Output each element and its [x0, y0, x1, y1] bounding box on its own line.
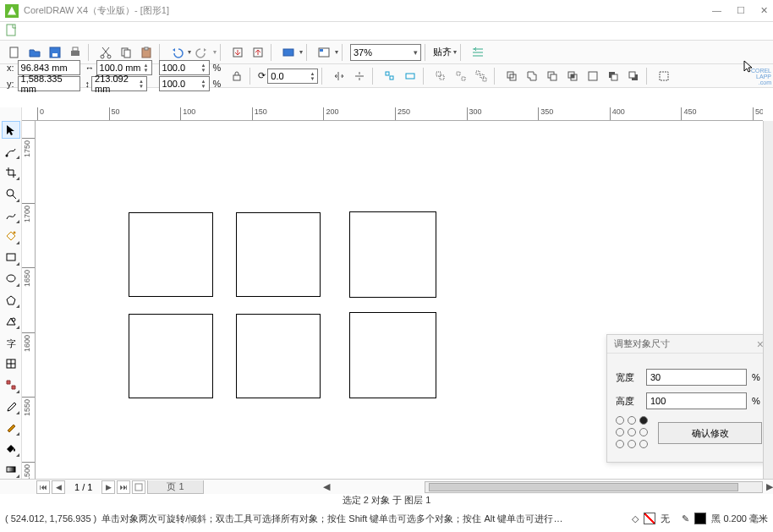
document-icon[interactable] [5, 24, 19, 37]
object-height-field[interactable]: 213.092 mm▲▼ [91, 76, 147, 91]
svg-rect-44 [7, 254, 15, 261]
svg-rect-31 [551, 74, 556, 80]
rectangle-object[interactable] [129, 314, 213, 398]
rectangle-object[interactable] [349, 312, 436, 398]
options-button[interactable] [469, 43, 487, 62]
outline-label: 黑 0.200 毫米 [711, 513, 768, 525]
intersect-button[interactable] [563, 67, 582, 85]
vertical-ruler[interactable]: 175017001650160015501500 [22, 121, 36, 479]
rectangle-object[interactable] [236, 212, 321, 297]
front-minus-back-button[interactable] [604, 67, 622, 85]
app-launcher-dropdown-icon[interactable]: ▾ [299, 48, 303, 56]
rectangle-object[interactable] [236, 314, 321, 398]
window-close-button[interactable]: ✕ [760, 5, 768, 16]
zoom-select[interactable]: 37% ▾ [350, 44, 421, 61]
mirror-v-button[interactable] [350, 67, 369, 85]
outline-tool-icon[interactable]: ✎ [682, 513, 689, 524]
window-maximize-button[interactable]: ☐ [737, 5, 745, 16]
x-label: x: [5, 63, 16, 73]
page-tab[interactable]: 页 1 [147, 480, 203, 494]
ungroup-all-button[interactable] [472, 67, 491, 85]
dimension-tool[interactable] [2, 376, 20, 393]
smart-fill-tool[interactable] [2, 228, 20, 245]
import-button[interactable] [228, 43, 247, 62]
fill-tool-icon[interactable]: ◇ [632, 513, 639, 524]
combine-button[interactable] [502, 67, 521, 85]
weld-button[interactable] [523, 67, 541, 85]
simplify-button[interactable] [584, 67, 602, 85]
text-tool[interactable]: 字 [2, 333, 20, 351]
redo-button[interactable] [193, 43, 211, 62]
redo-dropdown-icon[interactable]: ▾ [213, 48, 217, 56]
chevron-down-icon: ▾ [414, 48, 418, 57]
polygon-tool[interactable] [2, 291, 20, 309]
dialog-width-input[interactable]: 30 [646, 369, 747, 386]
interactive-fill-tool[interactable] [2, 461, 20, 479]
basic-shapes-tool[interactable] [2, 312, 20, 330]
export-button[interactable] [249, 43, 267, 62]
prev-page-button[interactable]: ◀ [52, 480, 65, 494]
ellipse-tool[interactable] [2, 270, 20, 288]
eyedropper-tool[interactable] [2, 398, 20, 415]
last-page-button[interactable]: ⏭ [117, 480, 130, 494]
fill-tool[interactable] [2, 440, 20, 458]
window-minimize-button[interactable]: — [712, 5, 721, 16]
align-button-2[interactable] [401, 67, 419, 85]
add-page-button[interactable] [132, 480, 145, 494]
next-page-button[interactable]: ▶ [101, 480, 115, 494]
drawing-canvas[interactable]: 调整对象尺寸 × 宽度 30 % 高度 100 % 确认修改 [36, 121, 763, 479]
table-tool[interactable] [2, 354, 20, 372]
trim-button[interactable] [543, 67, 562, 85]
open-button[interactable] [25, 43, 44, 62]
svg-point-43 [13, 232, 15, 234]
fill-swatch[interactable] [644, 513, 655, 524]
ungroup-button[interactable] [452, 67, 470, 85]
welcome-button[interactable] [315, 43, 333, 62]
rectangle-tool[interactable] [2, 249, 20, 266]
shape-tool[interactable] [2, 142, 20, 160]
back-minus-front-button[interactable] [624, 67, 643, 85]
snap-dropdown-icon[interactable]: ▾ [453, 48, 457, 56]
outline-swatch[interactable] [694, 513, 706, 524]
svg-text:字: 字 [7, 338, 16, 348]
welcome-dropdown-icon[interactable]: ▾ [335, 48, 338, 56]
undo-button[interactable] [167, 43, 186, 62]
align-button-1[interactable] [381, 67, 399, 85]
undo-dropdown-icon[interactable]: ▾ [188, 48, 191, 56]
snap-label[interactable]: 贴齐 [433, 46, 452, 58]
print-button[interactable] [66, 43, 85, 62]
mirror-h-button[interactable] [330, 67, 348, 85]
app-launcher-button[interactable] [279, 43, 298, 62]
cut-button[interactable] [96, 43, 115, 62]
paste-button[interactable] [137, 43, 156, 62]
new-button[interactable] [5, 43, 24, 62]
copy-button[interactable] [117, 43, 135, 62]
horizontal-scrollbar[interactable] [425, 481, 763, 493]
vertical-scrollbar[interactable] [763, 121, 773, 479]
crop-tool[interactable] [2, 163, 20, 181]
anchor-selector[interactable] [616, 416, 650, 450]
group-button[interactable] [431, 67, 450, 85]
confirm-button[interactable]: 确认修改 [658, 422, 762, 444]
dialog-close-button[interactable]: × [757, 337, 763, 351]
dialog-title: 调整对象尺寸 [614, 337, 670, 350]
zoom-tool[interactable] [2, 184, 20, 202]
dialog-height-input[interactable]: 100 [646, 392, 747, 409]
rectangle-object[interactable] [349, 211, 436, 298]
scale-y-field[interactable]: 100.0▲▼ [159, 76, 210, 91]
outline-tool[interactable] [2, 419, 20, 436]
boundary-button[interactable] [655, 67, 673, 85]
rotation-field[interactable]: 0.0▲▼ [267, 69, 318, 84]
first-page-button[interactable]: ⏮ [36, 480, 50, 494]
lock-ratio-button[interactable] [228, 67, 246, 85]
save-button[interactable] [46, 43, 64, 62]
scale-x-field[interactable]: 100.0▲▼ [159, 60, 210, 75]
freehand-tool[interactable] [2, 206, 20, 224]
y-position-field[interactable]: 1,588.335 mm [18, 76, 80, 91]
svg-rect-40 [660, 72, 668, 80]
pick-tool[interactable] [2, 121, 20, 139]
rectangle-object[interactable] [129, 212, 213, 297]
scroll-left-button[interactable]: ◀ [323, 481, 330, 492]
scroll-right-button[interactable]: ▶ [766, 481, 773, 492]
horizontal-ruler[interactable]: 050100150200250300350400450500 [22, 107, 763, 121]
